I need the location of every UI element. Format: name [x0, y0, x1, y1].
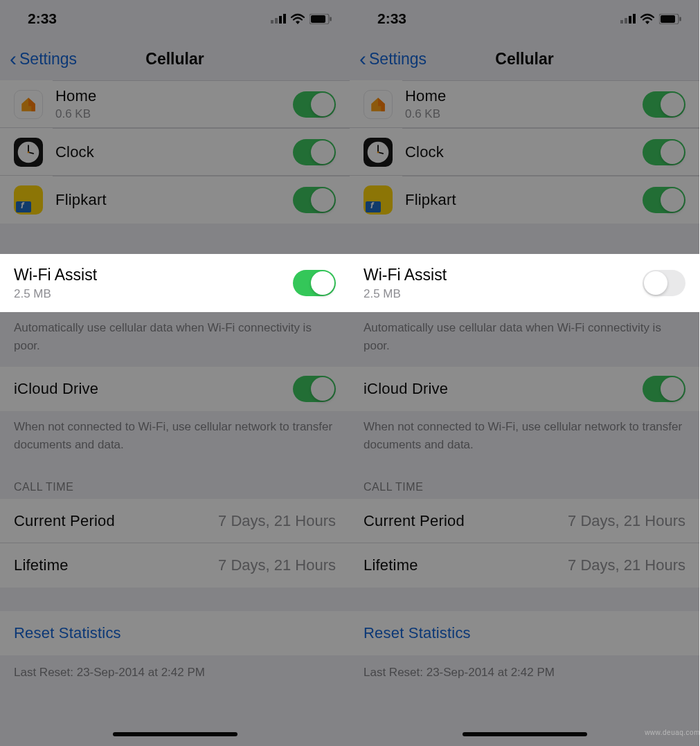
reset-group: Reset Statistics	[0, 611, 350, 655]
app-name: Home	[405, 87, 643, 105]
call-time-group: Current Period 7 Days, 21 Hours Lifetime…	[350, 499, 699, 588]
current-period-row: Current Period 7 Days, 21 Hours	[0, 499, 350, 543]
nav-bar: ‹Settings Cellular	[350, 37, 699, 80]
app-name: Clock	[55, 143, 293, 161]
wifi-assist-footer: Automatically use cellular data when Wi-…	[0, 312, 350, 367]
toggle-knob	[661, 93, 684, 116]
home-indicator[interactable]	[113, 732, 237, 736]
back-button[interactable]: ‹Settings	[10, 48, 77, 69]
wifi-assist-label: Wi-Fi Assist	[364, 266, 643, 284]
app-name: Home	[55, 87, 293, 105]
app-row[interactable]: Clock	[350, 129, 699, 176]
last-reset-footer: Last Reset: 23-Sep-2014 at 2:42 PM	[0, 655, 350, 694]
status-bar: 2:33	[0, 0, 350, 37]
app-row[interactable]: f Flipkart	[350, 176, 699, 224]
toggle-knob	[311, 140, 334, 164]
svg-point-21	[377, 151, 379, 153]
wifi-assist-row[interactable]: Wi-Fi Assist2.5 MB	[350, 254, 699, 312]
app-toggle[interactable]	[293, 187, 336, 213]
lifetime-row: Lifetime 7 Days, 21 Hours	[0, 543, 350, 588]
app-data-usage: 0.6 KB	[55, 107, 293, 121]
toggle-knob	[311, 93, 334, 116]
svg-rect-13	[629, 16, 631, 24]
icloud-drive-row[interactable]: iCloud Drive	[0, 367, 350, 411]
svg-rect-17	[680, 17, 681, 21]
toggle-knob	[311, 188, 334, 212]
apps-group: Home0.6 KB Clock f Flipkart	[0, 80, 350, 224]
wifi-assist-toggle[interactable]	[293, 270, 336, 296]
app-toggle[interactable]	[293, 139, 336, 165]
svg-rect-16	[661, 15, 675, 23]
app-name: Clock	[405, 143, 643, 161]
clock-icon	[14, 138, 43, 167]
icloud-group: iCloud Drive	[0, 367, 350, 411]
wifi-assist-toggle[interactable]	[643, 270, 685, 296]
icloud-toggle[interactable]	[643, 376, 685, 402]
toggle-knob	[311, 377, 334, 401]
icloud-footer: When not connected to Wi-Fi, use cellula…	[0, 411, 350, 466]
back-button[interactable]: ‹Settings	[359, 48, 427, 69]
svg-rect-14	[633, 14, 636, 24]
lifetime-label: Lifetime	[14, 556, 69, 574]
icloud-drive-row[interactable]: iCloud Drive	[350, 367, 699, 411]
svg-rect-3	[283, 14, 286, 24]
current-period-value: 7 Days, 21 Hours	[218, 512, 336, 530]
svg-rect-0	[271, 20, 273, 24]
status-time: 2:33	[28, 10, 57, 27]
toggle-knob	[661, 140, 684, 164]
app-data-usage: 0.6 KB	[405, 107, 643, 121]
home-icon	[364, 90, 393, 119]
clock-icon	[364, 138, 393, 167]
current-period-value: 7 Days, 21 Hours	[568, 512, 685, 530]
lifetime-label: Lifetime	[364, 556, 418, 574]
lifetime-value: 7 Days, 21 Hours	[568, 556, 685, 574]
wifi-assist-usage: 2.5 MB	[364, 287, 643, 301]
app-name: Flipkart	[55, 191, 293, 209]
wifi-assist-row[interactable]: Wi-Fi Assist2.5 MB	[0, 254, 350, 312]
status-icons	[620, 13, 681, 24]
lifetime-value: 7 Days, 21 Hours	[218, 556, 336, 574]
icloud-label: iCloud Drive	[364, 380, 643, 398]
app-row[interactable]: Home0.6 KB	[350, 81, 699, 128]
status-time: 2:33	[377, 10, 406, 27]
app-row[interactable]: f Flipkart	[0, 176, 350, 224]
current-period-label: Current Period	[14, 512, 115, 530]
toggle-knob	[311, 271, 334, 295]
nav-bar: ‹Settings Cellular	[0, 37, 350, 80]
svg-rect-1	[275, 18, 278, 24]
icloud-group: iCloud Drive	[350, 367, 699, 411]
flipkart-icon: f	[364, 185, 393, 215]
wifi-assist-usage: 2.5 MB	[14, 287, 293, 301]
back-label: Settings	[19, 50, 77, 69]
home-indicator[interactable]	[463, 732, 587, 736]
call-time-header: CALL TIME	[350, 466, 699, 499]
reset-statistics-button[interactable]: Reset Statistics	[350, 611, 699, 655]
svg-rect-2	[279, 16, 282, 24]
lifetime-row: Lifetime 7 Days, 21 Hours	[350, 543, 699, 588]
icloud-toggle[interactable]	[293, 376, 336, 402]
last-reset-footer: Last Reset: 23-Sep-2014 at 2:42 PM	[350, 655, 699, 694]
app-name: Flipkart	[405, 191, 643, 209]
status-icons	[271, 13, 332, 24]
reset-label: Reset Statistics	[14, 624, 121, 642]
app-toggle[interactable]	[643, 139, 685, 165]
app-toggle[interactable]	[643, 187, 685, 213]
app-toggle[interactable]	[643, 91, 685, 118]
icloud-label: iCloud Drive	[14, 380, 293, 398]
app-row[interactable]: Home0.6 KB	[0, 81, 350, 128]
toggle-knob	[644, 271, 667, 295]
chevron-left-icon: ‹	[10, 48, 17, 69]
reset-statistics-button[interactable]: Reset Statistics	[0, 611, 350, 655]
wifi-assist-footer: Automatically use cellular data when Wi-…	[350, 312, 699, 367]
app-toggle[interactable]	[293, 91, 336, 118]
call-time-group: Current Period 7 Days, 21 Hours Lifetime…	[0, 499, 350, 588]
svg-rect-6	[330, 17, 332, 21]
phone-pane-right: 2:33 ‹Settings Cellular Home0.6 KB Clock	[350, 0, 699, 746]
home-icon	[14, 90, 43, 119]
icloud-footer: When not connected to Wi-Fi, use cellula…	[350, 411, 699, 466]
toggle-knob	[661, 377, 684, 401]
app-row[interactable]: Clock	[0, 129, 350, 176]
toggle-knob	[661, 188, 684, 212]
status-bar: 2:33	[350, 0, 699, 37]
chevron-left-icon: ‹	[359, 48, 366, 69]
